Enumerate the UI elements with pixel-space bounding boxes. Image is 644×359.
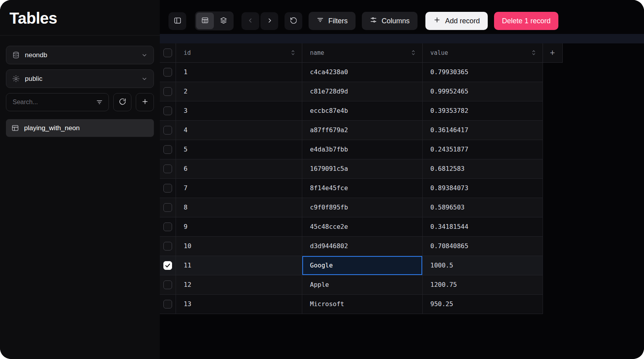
select-all-checkbox[interactable] bbox=[163, 49, 172, 57]
row-spacer bbox=[543, 236, 562, 256]
column-header-name[interactable]: name bbox=[302, 43, 422, 62]
row-checkbox[interactable] bbox=[163, 107, 172, 115]
cell-name[interactable]: c4ca4238a0 bbox=[302, 62, 422, 82]
refresh-button[interactable] bbox=[113, 93, 131, 111]
row-checkbox[interactable] bbox=[163, 300, 172, 309]
cell-id[interactable]: 1 bbox=[176, 62, 302, 82]
cell-value[interactable]: 1000.5 bbox=[422, 256, 543, 275]
columns-button-label: Columns bbox=[382, 17, 410, 25]
next-page-button[interactable] bbox=[260, 12, 278, 30]
layers-view-button[interactable] bbox=[215, 13, 232, 29]
cell-name[interactable]: c9f0f895fb bbox=[302, 198, 422, 217]
row-checkbox[interactable] bbox=[163, 145, 172, 154]
cell-name[interactable]: Apple bbox=[302, 275, 422, 294]
history-button[interactable] bbox=[285, 12, 302, 30]
cell-value[interactable]: 1200.75 bbox=[422, 275, 543, 294]
cell-id[interactable]: 3 bbox=[176, 101, 302, 120]
row-checkbox[interactable] bbox=[163, 165, 172, 173]
table-row: 1c4ca4238a00.79930365 bbox=[160, 62, 562, 82]
chevron-left-icon bbox=[247, 17, 254, 25]
row-checkbox[interactable] bbox=[163, 87, 172, 96]
row-checkbox[interactable] bbox=[163, 203, 172, 212]
sidebar-item-table[interactable]: playing_with_neon bbox=[6, 119, 154, 137]
cell-id[interactable]: 7 bbox=[176, 178, 302, 198]
row-spacer bbox=[543, 198, 562, 217]
sort-icon[interactable] bbox=[410, 49, 417, 56]
delete-record-button[interactable]: Delete 1 record bbox=[494, 12, 558, 30]
schema-selector[interactable]: public bbox=[6, 69, 154, 88]
cell-value[interactable]: 950.25 bbox=[422, 294, 543, 314]
row-spacer bbox=[543, 120, 562, 140]
cell-name[interactable]: a87ff679a2 bbox=[302, 120, 422, 140]
sidebar-header: Tables bbox=[0, 0, 160, 36]
cell-id[interactable]: 11 bbox=[176, 256, 302, 275]
schema-selector-label: public bbox=[25, 75, 136, 83]
row-checkbox-cell bbox=[160, 101, 176, 120]
table-view-icon bbox=[201, 17, 209, 25]
cell-value[interactable]: 0.70840865 bbox=[422, 236, 543, 256]
plus-icon bbox=[433, 16, 441, 26]
cell-value[interactable]: 0.99952465 bbox=[422, 82, 543, 101]
row-checkbox[interactable] bbox=[163, 68, 172, 77]
cell-name[interactable]: 45c48cce2e bbox=[302, 217, 422, 236]
cell-id[interactable]: 8 bbox=[176, 198, 302, 217]
data-grid: id name bbox=[160, 43, 644, 314]
row-checkbox[interactable] bbox=[163, 280, 172, 289]
cell-id[interactable]: 2 bbox=[176, 82, 302, 101]
cell-name[interactable]: Microsoft bbox=[302, 294, 422, 314]
prev-page-button[interactable] bbox=[242, 12, 259, 30]
cell-name[interactable]: 8f14e45fce bbox=[302, 178, 422, 198]
cell-value[interactable]: 0.24351877 bbox=[422, 140, 543, 159]
cell-value[interactable]: 0.36146417 bbox=[422, 120, 543, 140]
table-row: 78f14e45fce0.89384073 bbox=[160, 178, 562, 198]
row-checkbox[interactable] bbox=[163, 223, 172, 231]
new-table-button[interactable] bbox=[136, 93, 154, 111]
row-checkbox[interactable] bbox=[163, 242, 172, 251]
row-checkbox[interactable] bbox=[163, 184, 172, 193]
row-checkbox-cell bbox=[160, 236, 176, 256]
columns-icon bbox=[370, 16, 377, 26]
row-checkbox[interactable] bbox=[163, 261, 172, 270]
row-checkbox[interactable] bbox=[163, 126, 172, 135]
columns-button[interactable]: Columns bbox=[362, 12, 417, 30]
add-column-button[interactable]: + bbox=[543, 43, 562, 62]
sort-icon[interactable] bbox=[530, 49, 537, 56]
table-row: 12Apple1200.75 bbox=[160, 275, 562, 294]
cell-name[interactable]: Google bbox=[302, 256, 422, 275]
cell-value[interactable]: 0.5896503 bbox=[422, 198, 543, 217]
column-header-id[interactable]: id bbox=[176, 43, 302, 62]
table-view-button[interactable] bbox=[196, 13, 214, 29]
row-checkbox-cell bbox=[160, 178, 176, 198]
row-spacer bbox=[543, 159, 562, 178]
database-selector[interactable]: neondb bbox=[6, 46, 154, 64]
cell-name[interactable]: d3d9446802 bbox=[302, 236, 422, 256]
cell-id[interactable]: 6 bbox=[176, 159, 302, 178]
column-header-value[interactable]: value bbox=[422, 43, 543, 62]
search-input[interactable] bbox=[6, 93, 109, 111]
filter-icon[interactable] bbox=[96, 99, 103, 106]
cell-value[interactable]: 0.89384073 bbox=[422, 178, 543, 198]
cell-value[interactable]: 0.6812583 bbox=[422, 159, 543, 178]
table-row: 945c48cce2e0.34181544 bbox=[160, 217, 562, 236]
cell-id[interactable]: 12 bbox=[176, 275, 302, 294]
cell-name[interactable]: 1679091c5a bbox=[302, 159, 422, 178]
row-checkbox-cell bbox=[160, 198, 176, 217]
row-spacer bbox=[543, 178, 562, 198]
filters-button[interactable]: Filters bbox=[309, 12, 356, 30]
sort-icon[interactable] bbox=[290, 49, 296, 56]
cell-id[interactable]: 10 bbox=[176, 236, 302, 256]
add-record-button[interactable]: Add record bbox=[425, 12, 488, 30]
cell-id[interactable]: 5 bbox=[176, 140, 302, 159]
cell-value[interactable]: 0.39353782 bbox=[422, 101, 543, 120]
cell-id[interactable]: 4 bbox=[176, 120, 302, 140]
cell-id[interactable]: 9 bbox=[176, 217, 302, 236]
cell-value[interactable]: 0.34181544 bbox=[422, 217, 543, 236]
cell-name[interactable]: eccbc87e4b bbox=[302, 101, 422, 120]
cell-value[interactable]: 0.79930365 bbox=[422, 62, 543, 82]
cell-name[interactable]: e4da3b7fbb bbox=[302, 140, 422, 159]
cell-id[interactable]: 13 bbox=[176, 294, 302, 314]
table-body: 1c4ca4238a00.799303652c81e728d9d0.999524… bbox=[160, 62, 562, 314]
toggle-sidebar-button[interactable] bbox=[168, 12, 186, 30]
table-header-row: id name bbox=[160, 43, 562, 62]
cell-name[interactable]: c81e728d9d bbox=[302, 82, 422, 101]
